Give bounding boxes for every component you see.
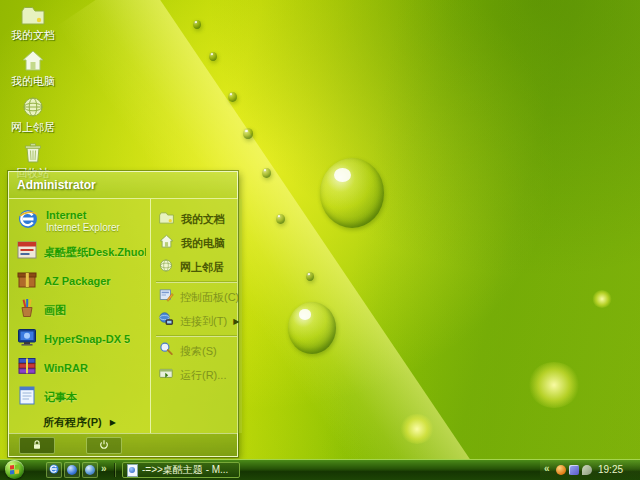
menu-item-notepad[interactable]: 记事本 bbox=[9, 383, 150, 412]
network-places-icon bbox=[158, 258, 174, 277]
notepad-icon bbox=[16, 384, 38, 410]
taskbar: » -=>>桌酷主题 - M... « 19:25 bbox=[0, 459, 640, 480]
menu-item-my-documents[interactable]: 我的文档 bbox=[151, 207, 242, 231]
menu-item-label: 我的电脑 bbox=[181, 236, 225, 251]
menu-item-control-panel[interactable]: 控制面板(C) bbox=[151, 285, 242, 309]
menu-item-title: HyperSnap-DX 5 bbox=[44, 333, 130, 345]
menu-item-title: 画图 bbox=[44, 303, 66, 318]
submenu-arrow-icon: ▶ bbox=[233, 317, 239, 326]
quicklaunch-overflow-chevron[interactable]: » bbox=[101, 463, 107, 474]
water-droplet-small bbox=[209, 52, 217, 61]
desktop-icon-network-places[interactable]: 网上邻居 bbox=[0, 95, 66, 141]
menu-item-title: 记事本 bbox=[44, 390, 77, 405]
control-panel-icon bbox=[158, 287, 174, 307]
menu-item-packager[interactable]: AZ Packager bbox=[9, 267, 150, 296]
menu-item-run[interactable]: 运行(R)... bbox=[151, 363, 242, 387]
menu-divider bbox=[156, 335, 237, 337]
power-icon bbox=[98, 437, 110, 455]
taskbar-window-button[interactable]: -=>>桌酷主题 - M... bbox=[122, 462, 240, 478]
menu-item-zhuoku-wallpaper[interactable]: 桌酷壁纸Desk.ZhuoKu.Com bbox=[9, 238, 150, 267]
tray-collapse-chevron[interactable]: « bbox=[544, 463, 550, 474]
tray-clock[interactable]: 19:25 bbox=[598, 464, 623, 475]
highlight-glow bbox=[400, 414, 434, 444]
internet-explorer-icon bbox=[16, 207, 40, 235]
start-menu-header: Administrator bbox=[9, 172, 237, 199]
menu-item-winrar[interactable]: WinRAR bbox=[9, 354, 150, 383]
winrar-icon bbox=[16, 355, 38, 381]
start-menu-left-column: Internet Internet Explorer 桌酷壁纸Desk.Zhuo… bbox=[9, 199, 150, 433]
water-droplet-small bbox=[228, 92, 237, 102]
my-documents-icon bbox=[20, 3, 46, 27]
search-icon bbox=[158, 341, 174, 361]
desktop-icon-label: 网上邻居 bbox=[11, 120, 55, 135]
menu-divider bbox=[156, 281, 237, 283]
zhuoku-wallpaper-icon bbox=[16, 239, 38, 265]
menu-item-search[interactable]: 搜索(S) bbox=[151, 339, 242, 363]
menu-item-label: 搜索(S) bbox=[180, 344, 217, 359]
menu-item-hypersnap[interactable]: HyperSnap-DX 5 bbox=[9, 325, 150, 354]
quicklaunch-media-player-button[interactable] bbox=[64, 462, 80, 478]
desktop-screen: 我的文档 我的电脑 网上邻居 回收站 Administrator bbox=[0, 0, 640, 480]
run-icon bbox=[158, 365, 174, 385]
menu-item-label: 我的文档 bbox=[181, 212, 225, 227]
quicklaunch-ie-button[interactable] bbox=[46, 462, 62, 478]
my-documents-icon bbox=[158, 210, 175, 229]
water-droplet-small bbox=[243, 128, 253, 139]
water-droplet-medium bbox=[288, 302, 336, 354]
menu-item-label: 运行(R)... bbox=[180, 368, 226, 383]
all-programs-label: 所有程序(P) bbox=[43, 415, 102, 430]
desktop-icon-label: 我的文档 bbox=[11, 28, 55, 43]
start-menu-body: Internet Internet Explorer 桌酷壁纸Desk.Zhuo… bbox=[9, 199, 237, 433]
menu-item-connect-to[interactable]: 连接到(T) ▶ bbox=[151, 309, 242, 333]
connect-to-icon bbox=[158, 311, 174, 331]
menu-item-label: 连接到(T) bbox=[180, 314, 227, 329]
start-menu-right-column: 我的文档 我的电脑 网上邻居 bbox=[150, 199, 242, 433]
tray-icon-blue[interactable] bbox=[569, 465, 579, 475]
start-menu-footer bbox=[9, 433, 237, 456]
menu-item-label: 控制面板(C) bbox=[180, 290, 239, 305]
log-off-button[interactable] bbox=[19, 437, 55, 454]
wallpaper-dark-corner bbox=[180, 0, 640, 300]
menu-item-title: 桌酷壁纸Desk.ZhuoKu.Com bbox=[44, 245, 146, 260]
start-menu: Administrator Internet Internet Explorer bbox=[8, 171, 238, 457]
menu-item-subtitle: Internet Explorer bbox=[46, 222, 120, 234]
water-droplet-small bbox=[306, 272, 314, 281]
desktop-icon-my-documents[interactable]: 我的文档 bbox=[0, 3, 66, 49]
water-droplet-large bbox=[320, 158, 384, 228]
shut-down-button[interactable] bbox=[86, 437, 122, 454]
hypersnap-icon bbox=[16, 326, 38, 352]
recycle-bin-icon bbox=[20, 141, 46, 165]
desktop-icon-my-computer[interactable]: 我的电脑 bbox=[0, 49, 66, 95]
desktop-icon-list: 我的文档 我的电脑 网上邻居 回收站 bbox=[0, 3, 66, 187]
windows-logo-icon bbox=[10, 465, 19, 475]
lock-icon bbox=[31, 437, 43, 455]
browser-page-icon bbox=[127, 464, 138, 477]
my-computer-icon bbox=[20, 49, 46, 73]
my-computer-icon bbox=[158, 234, 175, 253]
water-droplet-small bbox=[193, 20, 201, 29]
user-name: Administrator bbox=[17, 178, 96, 192]
all-programs-button[interactable]: 所有程序(P) ▶ bbox=[9, 412, 150, 433]
start-button[interactable] bbox=[5, 460, 24, 479]
highlight-glow bbox=[528, 362, 580, 408]
menu-item-network-places[interactable]: 网上邻居 bbox=[151, 255, 242, 279]
menu-item-internet-explorer[interactable]: Internet Internet Explorer bbox=[9, 204, 150, 238]
water-droplet-small bbox=[262, 168, 271, 178]
menu-item-title: WinRAR bbox=[44, 362, 88, 374]
taskbar-separator bbox=[114, 463, 116, 477]
menu-item-paint[interactable]: 画图 bbox=[9, 296, 150, 325]
quicklaunch-messenger-button[interactable] bbox=[82, 462, 98, 478]
desktop-icon-label: 我的电脑 bbox=[11, 74, 55, 89]
menu-item-title: Internet bbox=[46, 209, 120, 222]
ie-icon bbox=[48, 461, 60, 479]
menu-item-title: AZ Packager bbox=[44, 275, 111, 287]
submenu-arrow-icon: ▶ bbox=[110, 418, 116, 427]
tray-icon-gray[interactable] bbox=[582, 465, 592, 475]
system-tray: « 19:25 bbox=[540, 460, 640, 480]
network-places-icon bbox=[20, 95, 46, 119]
tray-icon-orange[interactable] bbox=[556, 465, 566, 475]
water-droplet-small bbox=[276, 214, 285, 224]
packager-icon bbox=[16, 268, 38, 294]
highlight-glow bbox=[592, 290, 612, 308]
menu-item-my-computer[interactable]: 我的电脑 bbox=[151, 231, 242, 255]
